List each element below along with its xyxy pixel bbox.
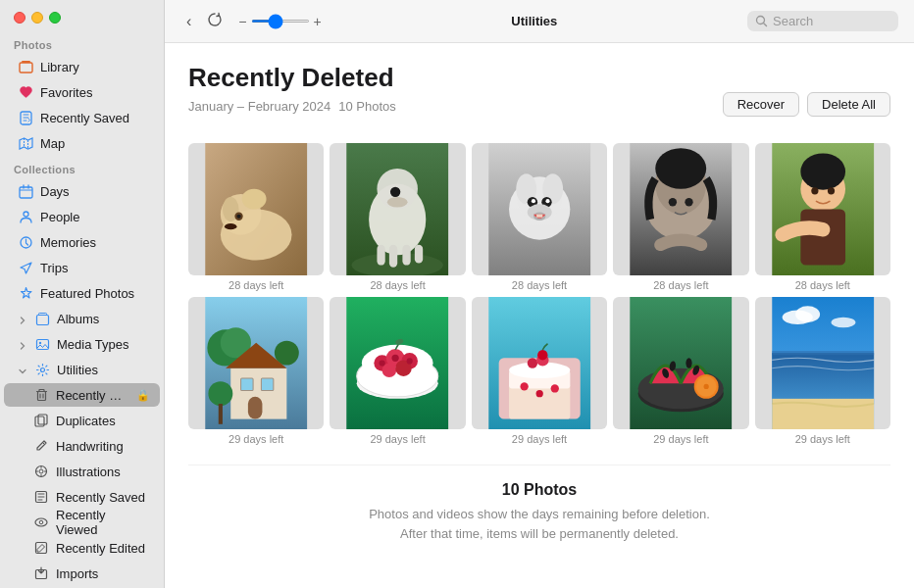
sidebar-item-illustrations[interactable]: Illustrations — [4, 460, 160, 483]
sidebar-item-library-label: Library — [40, 60, 79, 74]
sidebar-item-recently-saved-sub[interactable]: Recently Saved — [4, 485, 160, 509]
svg-point-74 — [208, 381, 232, 406]
zoom-slider-input[interactable] — [251, 20, 310, 23]
photo-cell-7[interactable]: 29 days left — [472, 297, 607, 445]
page-subtitle: January – February 2024 10 Photos — [188, 99, 396, 114]
pencil-icon — [33, 438, 49, 454]
rotate-button[interactable] — [201, 9, 228, 34]
sidebar: Photos Library Favorites Recently Saved — [0, 0, 165, 588]
svg-point-40 — [387, 197, 408, 207]
recover-button[interactable]: Recover — [723, 92, 799, 117]
toolbar-title: Utilities — [331, 14, 737, 28]
import-icon — [33, 565, 49, 581]
toolbar: ‹ − + Utilities — [165, 0, 914, 43]
search-input[interactable] — [773, 14, 890, 28]
photo-thumb-0[interactable] — [188, 143, 324, 275]
svg-point-85 — [380, 360, 385, 366]
photo-label-4: 28 days left — [795, 279, 850, 291]
photo-cell-0[interactable]: 28 days left — [188, 143, 324, 291]
edit-icon — [33, 540, 49, 556]
photo-thumb-2[interactable] — [472, 143, 607, 275]
page-title: Recently Deleted — [188, 63, 396, 93]
sidebar-item-media-types-label: Media Types — [57, 337, 128, 352]
photo-cell-2[interactable]: 28 days left — [472, 143, 607, 291]
svg-rect-35 — [378, 245, 385, 266]
sidebar-item-recently-viewed-label: Recently Viewed — [56, 508, 150, 537]
svg-rect-73 — [248, 397, 263, 419]
photo-grid: 28 days left 28 days left 28 days left — [188, 143, 890, 445]
gear-icon — [34, 362, 50, 377]
svg-rect-6 — [36, 315, 48, 324]
photo-cell-6[interactable]: 29 days left — [330, 297, 465, 445]
photo-cell-9[interactable]: 29 days left — [755, 297, 890, 445]
sidebar-item-recently-edited[interactable]: Recently Edited — [4, 536, 160, 560]
photo-cell-1[interactable]: 28 days left — [330, 143, 465, 291]
svg-point-62 — [800, 153, 845, 189]
svg-point-30 — [225, 223, 236, 229]
delete-all-button[interactable]: Delete All — [807, 92, 890, 117]
photo-thumb-1[interactable] — [330, 143, 465, 275]
recently-saved-icon — [18, 110, 33, 125]
zoom-minus: − — [238, 14, 246, 29]
sidebar-item-days[interactable]: Days — [4, 179, 160, 203]
svg-point-17 — [35, 518, 47, 526]
svg-rect-7 — [38, 313, 46, 315]
footer-line2: After that time, items will be permanent… — [400, 526, 679, 541]
media-icon — [34, 336, 50, 352]
sidebar-item-media-types[interactable]: Media Types — [4, 332, 160, 356]
sidebar-item-recently-deleted[interactable]: Recently Delet... 🔒 — [4, 383, 160, 407]
trash-icon — [33, 387, 49, 403]
maximize-button[interactable] — [49, 12, 61, 24]
sidebar-item-recently-saved-label: Recently Saved — [40, 111, 129, 125]
star-icon — [18, 285, 33, 301]
photo-cell-8[interactable]: 29 days left — [613, 297, 748, 445]
svg-point-99 — [535, 390, 542, 397]
heart-icon — [18, 84, 33, 100]
photo-label-0: 28 days left — [228, 279, 283, 291]
photos-section-label: Photos — [0, 31, 164, 54]
sidebar-item-memories[interactable]: Memories — [4, 230, 160, 254]
svg-rect-52 — [536, 215, 542, 218]
chevron-right-icon — [18, 314, 27, 323]
photo-thumb-7[interactable] — [472, 297, 607, 429]
sidebar-item-albums[interactable]: Albums — [4, 307, 160, 330]
photo-label-7: 29 days left — [512, 433, 567, 445]
photo-thumb-9[interactable] — [755, 297, 890, 429]
sidebar-item-library[interactable]: Library — [4, 55, 160, 78]
sidebar-item-recently-saved[interactable]: Recently Saved — [4, 106, 160, 129]
content-area: Recently Deleted January – February 2024… — [165, 43, 914, 588]
sidebar-item-map-label: Map — [40, 136, 65, 151]
svg-point-98 — [550, 384, 558, 392]
photo-thumb-8[interactable] — [613, 297, 748, 429]
photo-thumb-3[interactable] — [613, 143, 748, 275]
traffic-lights — [0, 0, 164, 31]
person-icon — [18, 209, 33, 224]
sidebar-item-recently-viewed[interactable]: Recently Viewed — [4, 511, 160, 534]
sidebar-item-illustrations-label: Illustrations — [56, 465, 121, 479]
sidebar-item-utilities[interactable]: Utilities — [4, 358, 160, 381]
sidebar-item-imports[interactable]: Imports — [4, 562, 160, 585]
sidebar-item-favorites[interactable]: Favorites — [4, 80, 160, 104]
close-button[interactable] — [14, 12, 25, 24]
search-bar[interactable] — [747, 11, 898, 31]
photo-thumb-5[interactable] — [188, 297, 324, 429]
photo-cell-4[interactable]: 28 days left — [755, 143, 890, 291]
photo-cell-5[interactable]: 29 days left — [188, 297, 324, 445]
sidebar-item-utilities-label: Utilities — [57, 363, 98, 377]
sidebar-item-duplicates[interactable]: Duplicates — [4, 409, 160, 432]
photo-thumb-4[interactable] — [755, 143, 890, 275]
back-button[interactable]: ‹ — [180, 10, 197, 33]
sidebar-item-featured-photos[interactable]: Featured Photos — [4, 281, 160, 305]
minimize-button[interactable] — [31, 12, 43, 24]
eye-icon — [33, 514, 49, 530]
sidebar-item-map[interactable]: Map — [4, 131, 160, 155]
svg-point-113 — [831, 318, 855, 327]
svg-point-4 — [24, 212, 28, 217]
photo-thumb-6[interactable] — [330, 297, 465, 429]
sidebar-item-people[interactable]: People — [4, 205, 160, 228]
sidebar-item-handwriting[interactable]: Handwriting — [4, 434, 160, 458]
photo-cell-3[interactable]: 28 days left — [613, 143, 748, 291]
sidebar-item-trips[interactable]: Trips — [4, 256, 160, 279]
svg-rect-37 — [403, 245, 411, 266]
svg-point-56 — [655, 148, 706, 189]
